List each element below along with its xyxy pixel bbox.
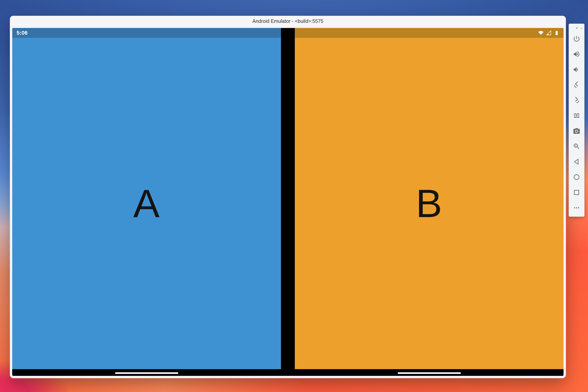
split-panes: A B xyxy=(12,38,563,369)
volume-up-icon xyxy=(573,50,580,58)
home-button[interactable] xyxy=(569,170,584,185)
battery-full-icon xyxy=(554,30,559,36)
svg-point-4 xyxy=(578,207,579,208)
device-screen[interactable]: 5:06 A B xyxy=(12,28,563,376)
overview-button[interactable] xyxy=(569,185,584,200)
android-status-bar[interactable]: 5:06 xyxy=(12,28,563,38)
nav-right[interactable] xyxy=(295,369,563,376)
svg-point-2 xyxy=(574,207,575,208)
rotate-left-icon xyxy=(573,81,580,89)
more-icon xyxy=(573,204,580,211)
status-bar-right xyxy=(295,28,563,38)
rotate-left-button[interactable] xyxy=(569,77,584,92)
gesture-bar-left[interactable] xyxy=(115,372,178,374)
emulator-sidebar: × – xyxy=(569,24,584,217)
cellular-signal-icon xyxy=(546,30,551,36)
fold-icon xyxy=(573,112,580,119)
zoom-button[interactable] xyxy=(569,139,584,154)
pane-left-label: A xyxy=(133,181,160,226)
overview-icon xyxy=(573,189,580,196)
zoom-icon xyxy=(573,142,580,150)
android-nav-bar xyxy=(12,369,563,376)
svg-point-0 xyxy=(574,174,579,180)
rotate-right-button[interactable] xyxy=(569,92,584,108)
nav-gutter xyxy=(281,369,295,376)
window-titlebar[interactable]: Android Emulator - <build>:5575 xyxy=(10,16,566,27)
pane-left[interactable]: A xyxy=(12,38,281,369)
svg-rect-1 xyxy=(574,190,579,194)
emulator-window: Android Emulator - <build>:5575 5:06 xyxy=(10,16,566,378)
status-time: 5:06 xyxy=(17,30,28,36)
more-button[interactable] xyxy=(569,200,584,216)
power-button[interactable] xyxy=(569,31,584,46)
rotate-right-icon xyxy=(573,96,580,104)
screenshot-icon xyxy=(573,127,580,135)
status-bar-left: 5:06 xyxy=(12,28,281,38)
pane-right[interactable]: B xyxy=(295,38,563,369)
screenshot-button[interactable] xyxy=(569,123,584,139)
split-divider[interactable] xyxy=(281,38,295,369)
home-icon xyxy=(573,173,580,181)
back-icon xyxy=(573,158,580,166)
sidebar-close-button[interactable]: × xyxy=(575,26,578,30)
pane-right-label: B xyxy=(416,181,442,226)
volume-up-button[interactable] xyxy=(569,46,584,62)
power-icon xyxy=(573,35,580,42)
volume-down-button[interactable] xyxy=(569,62,584,77)
svg-point-3 xyxy=(576,207,577,208)
nav-left[interactable] xyxy=(12,369,281,376)
wifi-icon xyxy=(538,30,543,36)
volume-down-icon xyxy=(573,66,580,73)
window-title: Android Emulator - <build>:5575 xyxy=(252,18,323,24)
gesture-bar-right[interactable] xyxy=(398,372,461,374)
fold-button[interactable] xyxy=(569,108,584,123)
sidebar-window-controls: × – xyxy=(569,25,584,31)
sidebar-minimize-button[interactable]: – xyxy=(580,26,582,30)
status-gutter xyxy=(281,28,295,38)
back-button[interactable] xyxy=(569,154,584,170)
